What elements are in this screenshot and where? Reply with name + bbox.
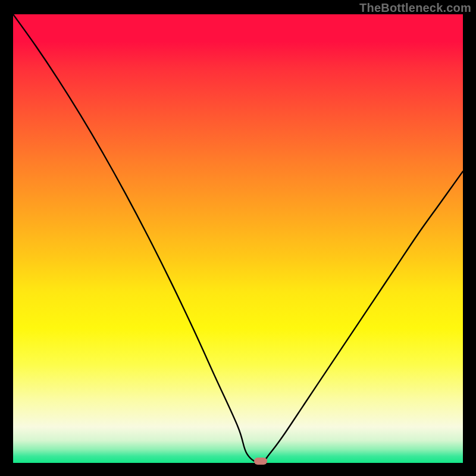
chart-frame: TheBottleneck.com <box>0 0 476 476</box>
bottleneck-curve <box>13 14 463 463</box>
optimal-point-marker <box>254 458 267 465</box>
plot-area <box>13 14 463 463</box>
watermark-text: TheBottleneck.com <box>359 1 471 15</box>
